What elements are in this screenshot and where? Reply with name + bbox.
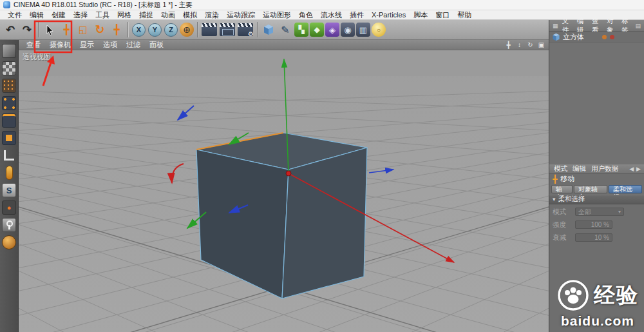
gizmo-origin[interactable] xyxy=(286,171,291,176)
paint-mode-button[interactable]: ● xyxy=(2,200,16,215)
lock-button[interactable] xyxy=(2,218,16,232)
viewport-orbit-icon[interactable]: ↻ xyxy=(526,41,535,48)
rotate-tool[interactable]: ↻ xyxy=(92,22,108,37)
points-mode-button[interactable] xyxy=(2,96,16,110)
menu-pipeline[interactable]: 流水线 xyxy=(317,10,346,20)
move-tool[interactable]: ╋ xyxy=(59,22,74,37)
polygons-mode-button[interactable] xyxy=(2,131,16,145)
prop-row-mode: 模式 全部 ▾ xyxy=(553,208,641,217)
viewport-pan-icon[interactable]: ╋ xyxy=(504,41,513,48)
menu-plugins[interactable]: 插件 xyxy=(346,10,368,20)
redo-button[interactable]: ↷ xyxy=(19,22,35,37)
menu-tools[interactable]: 工具 xyxy=(91,10,113,20)
spline-pen-button[interactable]: ✎ xyxy=(278,22,293,37)
lock-y-axis-button[interactable]: Y xyxy=(148,23,162,37)
menu-script[interactable]: 脚本 xyxy=(410,10,431,20)
light-button[interactable]: ○ xyxy=(372,23,386,37)
prop-strength-field[interactable]: 100 % xyxy=(575,220,612,229)
lock-z-axis-button[interactable]: Z xyxy=(164,23,178,37)
menu-mograph[interactable]: 运动图形 xyxy=(259,10,295,20)
prop-label-strength: 强度 xyxy=(553,220,572,229)
viewport-3d-canvas[interactable] xyxy=(19,50,549,332)
am-menu-mode[interactable]: 模式 xyxy=(551,164,570,173)
menu-create[interactable]: 创建 xyxy=(48,10,70,20)
tab-soft-selection[interactable]: 柔和选择 xyxy=(609,185,642,193)
section-collapse-icon: ▾ xyxy=(553,196,556,202)
tool-plus-icon: ╋ xyxy=(553,175,557,184)
cube-object[interactable] xyxy=(196,133,367,298)
model-mode-button[interactable] xyxy=(2,44,16,58)
enable-axis-button[interactable] xyxy=(6,166,13,180)
menu-window[interactable]: 窗口 xyxy=(431,10,453,20)
edges-mode-button[interactable] xyxy=(2,113,16,128)
add-primitive-button[interactable] xyxy=(261,22,276,37)
section-soft-selection[interactable]: ▾ 柔和选择 xyxy=(549,195,644,204)
menu-edit[interactable]: 编辑 xyxy=(26,10,48,20)
viewport-maximize-icon[interactable]: ▣ xyxy=(537,41,545,48)
knob-button[interactable] xyxy=(2,235,16,249)
viewport-menu-display[interactable]: 显示 xyxy=(75,40,99,50)
titlebar: CINEMA 4D R18.011 Studio (RC - R18) - [未… xyxy=(0,0,644,10)
gear-icon: ⚙ xyxy=(248,30,254,37)
panel-icon[interactable]: ▦ xyxy=(551,23,560,29)
viewport-menu-panel[interactable]: 面板 xyxy=(145,40,168,50)
scale-tool[interactable]: ◱ xyxy=(75,22,91,37)
tab-object-axis[interactable]: 对象轴心 xyxy=(574,185,607,193)
coordinate-system-button[interactable]: ⊕ xyxy=(180,23,194,37)
menu-motion-tracker[interactable]: 运动跟踪 xyxy=(223,10,259,20)
viewport-menu-view[interactable]: 查看 xyxy=(22,40,45,50)
menu-simulate[interactable]: 模拟 xyxy=(179,10,201,20)
tab-axis[interactable]: 轴向 xyxy=(551,185,573,193)
menu-xparticles[interactable]: X-Particles xyxy=(368,11,410,19)
render-settings-button[interactable]: ⚙ xyxy=(238,23,253,36)
am-menu-edit[interactable]: 编辑 xyxy=(570,164,589,173)
am-menu-userdata[interactable]: 用户数据 xyxy=(589,164,621,173)
cube-icon xyxy=(263,24,274,35)
watermark-domain: baidu.com xyxy=(556,313,639,329)
om-options-icon[interactable]: ▤ xyxy=(634,23,642,29)
undo-button[interactable]: ↶ xyxy=(3,22,18,37)
camera-button[interactable]: ◉ xyxy=(341,23,355,37)
workplane-mode-button[interactable] xyxy=(2,79,16,93)
menu-animate[interactable]: 动画 xyxy=(157,10,179,20)
display-button[interactable]: ▥ xyxy=(356,23,370,37)
live-selection-tool[interactable] xyxy=(42,22,57,37)
menu-character[interactable]: 角色 xyxy=(295,10,317,20)
render-view-button[interactable] xyxy=(202,23,217,36)
menu-file[interactable]: 文件 xyxy=(4,10,26,20)
menu-snap[interactable]: 捕捉 xyxy=(135,10,157,20)
viewport-zoom-icon[interactable]: ↕ xyxy=(515,41,524,48)
menu-render[interactable]: 渲染 xyxy=(201,10,223,20)
menu-select[interactable]: 选择 xyxy=(70,10,91,20)
texture-mode-button[interactable] xyxy=(2,61,16,75)
toolbar-separator xyxy=(257,22,258,37)
mograph-button[interactable]: ▚ xyxy=(294,23,308,37)
simulation-button[interactable]: ◆ xyxy=(310,23,324,37)
axis-mode-button[interactable] xyxy=(4,150,14,161)
history-forward-icon[interactable]: ▶ xyxy=(635,166,642,172)
cursor-icon xyxy=(45,24,55,35)
deformer-button[interactable]: ◈ xyxy=(325,23,339,37)
object-name[interactable]: 立方体 xyxy=(563,32,584,42)
prop-falloff-field[interactable]: 10 % xyxy=(575,233,612,242)
render-picture-viewer-button[interactable] xyxy=(220,23,235,36)
object-manager-body[interactable] xyxy=(549,42,644,164)
snap-button[interactable]: S xyxy=(2,183,16,197)
viewport-menu-cameras[interactable]: 摄像机 xyxy=(45,40,75,50)
visibility-dot-icon[interactable] xyxy=(602,35,607,39)
last-tool-button[interactable]: ╋ xyxy=(109,22,124,37)
object-row[interactable]: 立方体 xyxy=(549,32,644,42)
viewport-menu-filter[interactable]: 过滤 xyxy=(122,40,145,50)
menu-mesh[interactable]: 网格 xyxy=(113,10,135,20)
gizmo-z-axis[interactable] xyxy=(369,170,393,173)
main-menubar: 文件 编辑 创建 选择 工具 网格 捕捉 动画 模拟 渲染 运动跟踪 运动图形 … xyxy=(0,10,644,20)
lock-x-axis-button[interactable]: X xyxy=(132,23,146,37)
prop-row-falloff: 衰减 10 % xyxy=(553,233,641,242)
object-tags xyxy=(602,35,614,39)
viewport-menu-options[interactable]: 选项 xyxy=(99,40,122,50)
history-back-icon[interactable]: ◀ xyxy=(628,166,635,172)
render-dot-icon[interactable] xyxy=(610,35,614,39)
menu-help[interactable]: 帮助 xyxy=(453,10,475,20)
mode-palette: S ● xyxy=(0,40,19,332)
prop-mode-dropdown[interactable]: 全部 ▾ xyxy=(575,208,624,216)
